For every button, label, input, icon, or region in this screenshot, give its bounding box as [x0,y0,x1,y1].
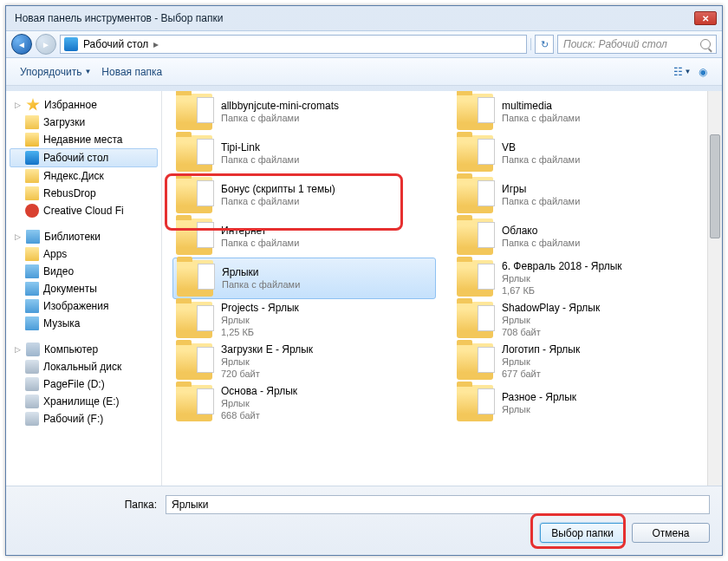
file-item[interactable]: ИгрыПапка с файлами [453,174,717,216]
red-icon [25,204,39,218]
nav-bar: ◄ ► Рабочий стол ▸ ↻ Поиск: Рабочий стол [6,30,722,58]
tree-item[interactable]: RebusDrop [10,185,158,202]
tree-item[interactable]: Рабочий (F:) [10,410,158,427]
desktop-icon [64,37,78,51]
address-bar[interactable]: Рабочий стол ▸ [60,35,527,54]
book-icon [25,316,39,330]
file-item[interactable]: Разное - ЯрлыкЯрлык [453,382,717,424]
folder-icon [176,302,212,338]
file-item[interactable]: Логотип - ЯрлыкЯрлык677 байт [453,341,717,382]
folder-icon [457,177,493,213]
scrollbar[interactable] [707,91,722,486]
folder-icon [176,177,212,213]
tree-item[interactable]: Документы [10,280,158,297]
nav-back-button[interactable]: ◄ [11,34,32,55]
tree-group-header[interactable]: ▷Компьютер [10,341,158,358]
nav-forward-button[interactable]: ► [36,34,56,55]
book-icon [26,230,40,244]
search-placeholder: Поиск: Рабочий стол [563,38,667,50]
help-button[interactable]: ◉ [692,62,713,82]
star-icon [26,98,40,112]
tree-item[interactable]: Creative Cloud Fi [10,202,158,219]
view-options-button[interactable]: ☷▼ [672,62,692,82]
file-item[interactable]: ЯрлыкиПапка с файлами [172,258,436,299]
file-item[interactable]: ИнтернетПапка с файлами [172,216,436,258]
scrollbar-thumb[interactable] [710,134,720,238]
file-list[interactable]: allbbynjcute-mini-cromatsПапка с файлами… [162,91,722,486]
folder-icon [176,385,212,421]
drive-icon [25,412,39,426]
folder-icon [176,219,212,255]
tree-item[interactable]: Рабочий стол [10,148,158,167]
folder-icon [457,219,493,255]
tree-group-header[interactable]: ▷Избранное [10,96,158,114]
tree-item[interactable]: Загрузки [10,114,158,131]
file-item[interactable]: ОблакоПапка с файлами [453,216,717,258]
tree-item[interactable]: Изображения [10,297,158,315]
desk-icon [25,151,39,165]
refresh-button[interactable]: ↻ [535,35,554,54]
file-item[interactable]: Загрузки E - ЯрлыкЯрлык720 байт [172,341,436,382]
folder-icon [457,385,493,421]
nav-tree[interactable]: ▷ИзбранноеЗагрузкиНедавние местаРабочий … [6,91,162,486]
drive-icon [25,395,39,408]
file-item[interactable]: multimediaПапка с файлами [453,91,717,133]
tree-item[interactable]: Музыка [10,315,158,332]
tree-item[interactable]: Хранилище (E:) [10,393,158,410]
tree-item[interactable]: Недавние места [10,131,158,148]
file-item[interactable]: 6. Февраль 2018 - ЯрлыкЯрлык1,67 КБ [453,258,717,299]
folder-open-icon [25,133,39,147]
folder-icon [176,343,212,380]
file-item[interactable]: ShadowPlay - ЯрлыкЯрлык708 байт [453,299,717,341]
titlebar[interactable]: Новая панель инструментов - Выбор папки … [6,6,722,30]
window-title: Новая панель инструментов - Выбор папки [15,12,694,24]
new-folder-button[interactable]: Новая папка [96,62,167,82]
arrow-left-icon: ◄ [17,40,26,49]
drive-icon [25,360,39,374]
toolbar: Упорядочить ▼ Новая папка ☷▼ ◉ [6,58,722,86]
tree-item[interactable]: Яндекс.Диск [10,167,158,185]
select-folder-button[interactable]: Выбор папки [540,523,625,543]
drive-icon [25,377,39,391]
folder-icon [25,169,39,183]
file-item[interactable]: Основа - ЯрлыкЯрлык668 байт [172,382,436,424]
tree-group-header[interactable]: ▷Библиотеки [10,228,158,245]
folder-icon [457,343,493,380]
file-item[interactable]: VBПапка с файлами [453,133,717,174]
dialog-body: ▷ИзбранноеЗагрузкиНедавние местаРабочий … [6,91,722,486]
book-icon [25,282,39,296]
folder-icon [176,94,212,130]
chevron-right-icon: ▸ [153,38,159,50]
dialog-window: Новая панель инструментов - Выбор папки … [5,5,723,556]
tree-item[interactable]: Apps [10,245,158,263]
search-icon [700,39,711,49]
organize-menu[interactable]: Упорядочить ▼ [15,62,96,82]
folder-icon [457,135,493,172]
search-box[interactable]: Поиск: Рабочий стол [557,35,717,54]
folder-name-input[interactable] [166,495,710,514]
tree-item[interactable]: Локальный диск [10,358,158,375]
cancel-button[interactable]: Отмена [632,523,710,543]
book-icon [25,299,39,313]
arrow-right-icon: ► [42,40,50,49]
folder-label: Папка: [18,499,157,511]
file-item[interactable]: allbbynjcute-mini-cromatsПапка с файлами [172,91,436,133]
close-button[interactable]: ✕ [694,11,717,25]
tree-item[interactable]: Видео [10,263,158,280]
folder-icon [177,260,213,297]
folder-icon [25,115,39,129]
file-item[interactable]: Tipi-LinkПапка с файлами [172,133,436,174]
monitor-icon [26,342,40,356]
chevron-down-icon: ▼ [84,68,91,75]
tree-item[interactable]: PageFile (D:) [10,375,158,393]
dialog-footer: Папка: Выбор папки Отмена [6,486,722,555]
folder-icon [25,186,39,200]
breadcrumb-path: Рабочий стол [83,38,148,50]
file-item[interactable]: Бонус (скрипты 1 темы)Папка с файлами [172,174,436,216]
folder-icon [25,247,39,261]
file-item[interactable]: Projects - ЯрлыкЯрлык1,25 КБ [172,299,436,341]
book-icon [25,264,39,278]
folder-icon [457,260,493,297]
folder-icon [457,94,493,130]
folder-icon [176,135,212,172]
